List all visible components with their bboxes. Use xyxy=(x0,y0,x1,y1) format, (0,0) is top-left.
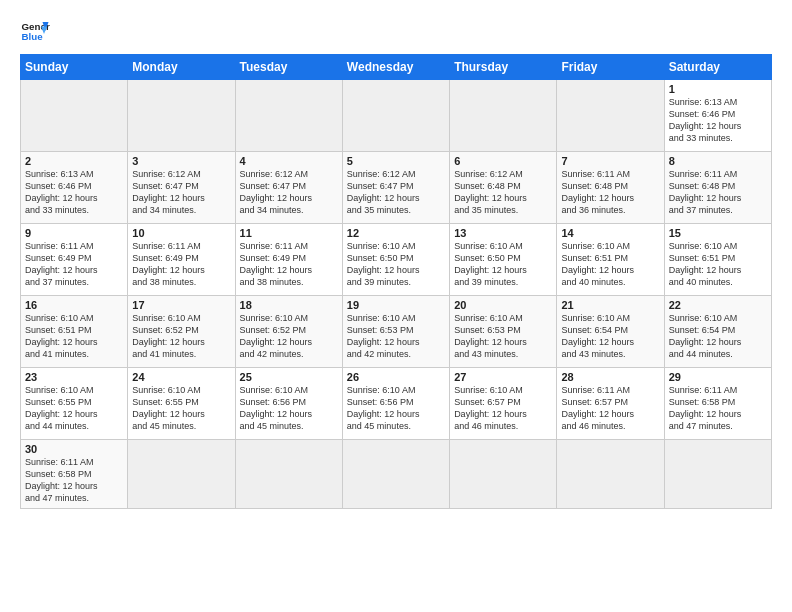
generalblue-logo-icon: General Blue xyxy=(20,16,50,46)
calendar-cell xyxy=(557,80,664,152)
day-number: 15 xyxy=(669,227,767,239)
calendar-cell xyxy=(450,80,557,152)
calendar-cell: 11Sunrise: 6:11 AM Sunset: 6:49 PM Dayli… xyxy=(235,224,342,296)
day-info: Sunrise: 6:11 AM Sunset: 6:58 PM Dayligh… xyxy=(25,456,123,505)
calendar-cell xyxy=(21,80,128,152)
day-info: Sunrise: 6:10 AM Sunset: 6:52 PM Dayligh… xyxy=(240,312,338,361)
weekday-header-wednesday: Wednesday xyxy=(342,55,449,80)
day-info: Sunrise: 6:11 AM Sunset: 6:49 PM Dayligh… xyxy=(132,240,230,289)
calendar-cell: 12Sunrise: 6:10 AM Sunset: 6:50 PM Dayli… xyxy=(342,224,449,296)
weekday-header-sunday: Sunday xyxy=(21,55,128,80)
calendar-cell: 20Sunrise: 6:10 AM Sunset: 6:53 PM Dayli… xyxy=(450,296,557,368)
day-info: Sunrise: 6:10 AM Sunset: 6:53 PM Dayligh… xyxy=(454,312,552,361)
day-number: 19 xyxy=(347,299,445,311)
calendar-cell: 7Sunrise: 6:11 AM Sunset: 6:48 PM Daylig… xyxy=(557,152,664,224)
calendar-cell: 24Sunrise: 6:10 AM Sunset: 6:55 PM Dayli… xyxy=(128,368,235,440)
weekday-header-monday: Monday xyxy=(128,55,235,80)
day-info: Sunrise: 6:13 AM Sunset: 6:46 PM Dayligh… xyxy=(25,168,123,217)
calendar-cell: 22Sunrise: 6:10 AM Sunset: 6:54 PM Dayli… xyxy=(664,296,771,368)
calendar-cell: 29Sunrise: 6:11 AM Sunset: 6:58 PM Dayli… xyxy=(664,368,771,440)
calendar-cell: 8Sunrise: 6:11 AM Sunset: 6:48 PM Daylig… xyxy=(664,152,771,224)
day-number: 24 xyxy=(132,371,230,383)
weekday-header-row: SundayMondayTuesdayWednesdayThursdayFrid… xyxy=(21,55,772,80)
calendar-table: SundayMondayTuesdayWednesdayThursdayFrid… xyxy=(20,54,772,509)
day-number: 3 xyxy=(132,155,230,167)
day-info: Sunrise: 6:13 AM Sunset: 6:46 PM Dayligh… xyxy=(669,96,767,145)
day-number: 6 xyxy=(454,155,552,167)
day-number: 4 xyxy=(240,155,338,167)
day-number: 29 xyxy=(669,371,767,383)
day-info: Sunrise: 6:10 AM Sunset: 6:52 PM Dayligh… xyxy=(132,312,230,361)
day-number: 27 xyxy=(454,371,552,383)
day-number: 7 xyxy=(561,155,659,167)
day-info: Sunrise: 6:12 AM Sunset: 6:47 PM Dayligh… xyxy=(240,168,338,217)
calendar-cell: 14Sunrise: 6:10 AM Sunset: 6:51 PM Dayli… xyxy=(557,224,664,296)
calendar-cell: 18Sunrise: 6:10 AM Sunset: 6:52 PM Dayli… xyxy=(235,296,342,368)
day-number: 16 xyxy=(25,299,123,311)
day-number: 9 xyxy=(25,227,123,239)
day-number: 12 xyxy=(347,227,445,239)
calendar-cell: 9Sunrise: 6:11 AM Sunset: 6:49 PM Daylig… xyxy=(21,224,128,296)
calendar-cell: 27Sunrise: 6:10 AM Sunset: 6:57 PM Dayli… xyxy=(450,368,557,440)
calendar-cell: 26Sunrise: 6:10 AM Sunset: 6:56 PM Dayli… xyxy=(342,368,449,440)
calendar-week-row: 2Sunrise: 6:13 AM Sunset: 6:46 PM Daylig… xyxy=(21,152,772,224)
day-number: 18 xyxy=(240,299,338,311)
weekday-header-tuesday: Tuesday xyxy=(235,55,342,80)
day-info: Sunrise: 6:11 AM Sunset: 6:49 PM Dayligh… xyxy=(240,240,338,289)
calendar-cell: 3Sunrise: 6:12 AM Sunset: 6:47 PM Daylig… xyxy=(128,152,235,224)
header: General Blue xyxy=(20,16,772,46)
day-info: Sunrise: 6:12 AM Sunset: 6:48 PM Dayligh… xyxy=(454,168,552,217)
calendar-page: General Blue SundayMondayTuesdayWednesda… xyxy=(0,0,792,612)
day-number: 10 xyxy=(132,227,230,239)
calendar-cell: 25Sunrise: 6:10 AM Sunset: 6:56 PM Dayli… xyxy=(235,368,342,440)
calendar-cell: 13Sunrise: 6:10 AM Sunset: 6:50 PM Dayli… xyxy=(450,224,557,296)
weekday-header-friday: Friday xyxy=(557,55,664,80)
day-number: 14 xyxy=(561,227,659,239)
day-number: 20 xyxy=(454,299,552,311)
day-number: 28 xyxy=(561,371,659,383)
day-info: Sunrise: 6:10 AM Sunset: 6:51 PM Dayligh… xyxy=(25,312,123,361)
day-number: 17 xyxy=(132,299,230,311)
calendar-week-row: 16Sunrise: 6:10 AM Sunset: 6:51 PM Dayli… xyxy=(21,296,772,368)
calendar-cell xyxy=(235,440,342,509)
day-number: 8 xyxy=(669,155,767,167)
calendar-cell xyxy=(450,440,557,509)
day-number: 21 xyxy=(561,299,659,311)
day-number: 2 xyxy=(25,155,123,167)
calendar-week-row: 23Sunrise: 6:10 AM Sunset: 6:55 PM Dayli… xyxy=(21,368,772,440)
svg-text:Blue: Blue xyxy=(22,31,44,42)
calendar-cell: 17Sunrise: 6:10 AM Sunset: 6:52 PM Dayli… xyxy=(128,296,235,368)
day-number: 25 xyxy=(240,371,338,383)
calendar-cell: 1Sunrise: 6:13 AM Sunset: 6:46 PM Daylig… xyxy=(664,80,771,152)
calendar-cell xyxy=(664,440,771,509)
day-info: Sunrise: 6:11 AM Sunset: 6:48 PM Dayligh… xyxy=(561,168,659,217)
calendar-cell xyxy=(128,80,235,152)
calendar-week-row: 1Sunrise: 6:13 AM Sunset: 6:46 PM Daylig… xyxy=(21,80,772,152)
day-info: Sunrise: 6:11 AM Sunset: 6:49 PM Dayligh… xyxy=(25,240,123,289)
calendar-cell: 16Sunrise: 6:10 AM Sunset: 6:51 PM Dayli… xyxy=(21,296,128,368)
calendar-cell xyxy=(128,440,235,509)
day-number: 30 xyxy=(25,443,123,455)
day-number: 26 xyxy=(347,371,445,383)
day-info: Sunrise: 6:10 AM Sunset: 6:51 PM Dayligh… xyxy=(561,240,659,289)
calendar-cell xyxy=(342,440,449,509)
day-info: Sunrise: 6:10 AM Sunset: 6:54 PM Dayligh… xyxy=(669,312,767,361)
day-info: Sunrise: 6:11 AM Sunset: 6:57 PM Dayligh… xyxy=(561,384,659,433)
calendar-cell: 4Sunrise: 6:12 AM Sunset: 6:47 PM Daylig… xyxy=(235,152,342,224)
calendar-cell: 30Sunrise: 6:11 AM Sunset: 6:58 PM Dayli… xyxy=(21,440,128,509)
calendar-cell: 6Sunrise: 6:12 AM Sunset: 6:48 PM Daylig… xyxy=(450,152,557,224)
day-info: Sunrise: 6:10 AM Sunset: 6:56 PM Dayligh… xyxy=(347,384,445,433)
weekday-header-thursday: Thursday xyxy=(450,55,557,80)
calendar-cell xyxy=(342,80,449,152)
calendar-cell: 28Sunrise: 6:11 AM Sunset: 6:57 PM Dayli… xyxy=(557,368,664,440)
calendar-cell: 21Sunrise: 6:10 AM Sunset: 6:54 PM Dayli… xyxy=(557,296,664,368)
day-info: Sunrise: 6:10 AM Sunset: 6:54 PM Dayligh… xyxy=(561,312,659,361)
day-info: Sunrise: 6:10 AM Sunset: 6:55 PM Dayligh… xyxy=(25,384,123,433)
logo: General Blue xyxy=(20,16,50,46)
day-number: 13 xyxy=(454,227,552,239)
day-info: Sunrise: 6:11 AM Sunset: 6:48 PM Dayligh… xyxy=(669,168,767,217)
calendar-cell: 19Sunrise: 6:10 AM Sunset: 6:53 PM Dayli… xyxy=(342,296,449,368)
day-info: Sunrise: 6:10 AM Sunset: 6:55 PM Dayligh… xyxy=(132,384,230,433)
calendar-cell: 5Sunrise: 6:12 AM Sunset: 6:47 PM Daylig… xyxy=(342,152,449,224)
day-number: 22 xyxy=(669,299,767,311)
